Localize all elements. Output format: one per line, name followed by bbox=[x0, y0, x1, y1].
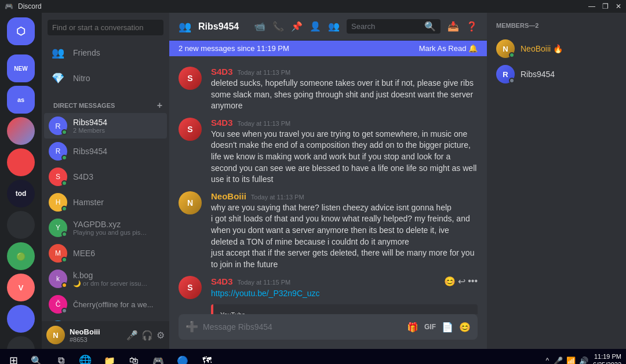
dm-avatar-cherry: Č bbox=[49, 295, 67, 314]
videocall-icon[interactable]: 📹 bbox=[254, 21, 265, 32]
msg-content-4: S4D3 Today at 11:15 PM 😊 ↩ ••• https://y… bbox=[211, 276, 478, 314]
server-icon-4[interactable]: 🟢 bbox=[7, 242, 35, 270]
dm-name-ribs: Ribs9454 bbox=[73, 147, 107, 156]
win-edge-icon[interactable]: 🌐 bbox=[74, 350, 97, 364]
win-tray: ^ 🎤 📶 🔊 11:19 PM 6/25/2022 bbox=[545, 352, 621, 364]
member-avatar-ribs: R bbox=[496, 65, 515, 83]
msg-text-3b: i got shit loads of that and you know wh… bbox=[211, 213, 478, 247]
dm-section-header: Direct Messages + bbox=[44, 91, 167, 113]
dm-avatar-mee6: M bbox=[49, 244, 67, 263]
win-search-icon[interactable]: 🔍 bbox=[25, 350, 48, 364]
discord-home-icon[interactable]: ⬡ bbox=[7, 17, 35, 45]
app-name: Discord bbox=[18, 2, 42, 10]
win-explorer-icon[interactable]: 📁 bbox=[98, 350, 121, 364]
pin-icon[interactable]: 📌 bbox=[291, 21, 303, 32]
msg-text-2: You see when you travel you are trying t… bbox=[211, 129, 478, 185]
win-discord-icon[interactable]: 🎮 bbox=[147, 350, 170, 364]
mark-as-read-button[interactable]: Mark As Read 🔔 bbox=[419, 44, 478, 53]
win-maps-icon[interactable]: 🗺 bbox=[195, 350, 219, 364]
add-attachment-icon[interactable]: ➕ bbox=[185, 321, 198, 333]
dm-sidebar: 👥 Friends 💎 Nitro Direct Messages + R Ri… bbox=[42, 13, 169, 349]
server-icon-as[interactable]: as bbox=[7, 86, 35, 114]
title-bar: 🎮 Discord — ❐ ✕ bbox=[0, 0, 626, 13]
add-dm-button[interactable]: + bbox=[157, 100, 162, 111]
win-taskbar: ⊞ 🔍 ⧉ 🌐 📁 🛍 🎮 🔵 🗺 ^ 🎤 📶 🔊 11:19 PM 6/25/… bbox=[0, 349, 626, 364]
add-member-icon[interactable]: 👤 bbox=[310, 21, 321, 32]
msg-content-2: S4D3 Today at 11:13 PM You see when you … bbox=[211, 118, 478, 185]
server-icon-7[interactable] bbox=[7, 336, 35, 349]
msg-reactions: 😊 ↩ ••• bbox=[444, 276, 478, 287]
reply-btn[interactable]: ↩ bbox=[458, 276, 465, 287]
sidebar-item-nitro[interactable]: 💎 Nitro bbox=[44, 65, 167, 91]
dm-item-cherry[interactable]: Č Čherry(offline for a we... bbox=[44, 292, 167, 317]
dm-item-blue[interactable]: B Blue bbox=[44, 317, 167, 321]
dm-item-ribs-group[interactable]: R Ribs9454 2 Members bbox=[44, 113, 167, 139]
server-icon-6[interactable] bbox=[7, 305, 35, 333]
call-icon[interactable]: 📞 bbox=[272, 21, 284, 32]
youtube-link[interactable]: https://youtu.be/_P32n9C_uzc bbox=[211, 289, 320, 298]
msg-group-1: S S4D3 Today at 11:13 PM deleted sucks, … bbox=[179, 65, 478, 113]
win-chrome-icon[interactable]: 🔵 bbox=[171, 350, 194, 364]
member-item-neoboiii[interactable]: N NeoBoiii 🔥 bbox=[492, 36, 621, 61]
server-icon-2[interactable] bbox=[7, 148, 35, 176]
win-tray-up-arrow[interactable]: ^ bbox=[545, 356, 549, 364]
emoji-icon[interactable]: 😊 bbox=[459, 322, 471, 333]
dm-sub-kbog: 🌙 or dm for server issues .. bbox=[73, 280, 148, 287]
dm-item-hamster[interactable]: H Hamster bbox=[44, 190, 167, 215]
own-user-info: NeoBoiii #8653 bbox=[70, 327, 122, 343]
dm-info-yagpdb: YAGPDB.xyz Playing you and gus piss dirt… bbox=[73, 220, 148, 236]
more-btn[interactable]: ••• bbox=[468, 276, 478, 287]
mic-icon[interactable]: 🎤 bbox=[126, 330, 138, 341]
msg-avatar-neo: N bbox=[179, 191, 202, 214]
msg-link: https://youtu.be/_P32n9C_uzc bbox=[211, 288, 478, 300]
dm-item-s4d3[interactable]: S S4D3 bbox=[44, 164, 167, 190]
server-icon-new[interactable]: NEW bbox=[7, 54, 35, 82]
msg-group-2: S S4D3 Today at 11:13 PM You see when yo… bbox=[179, 117, 478, 187]
dm-name-cherry: Čherry(offline for a we... bbox=[73, 300, 153, 309]
chat-message-input[interactable] bbox=[203, 316, 402, 338]
dm-name-mee6: MEE6 bbox=[73, 249, 95, 258]
inbox-icon[interactable]: 📥 bbox=[447, 21, 459, 32]
dm-avatar-kbog: k bbox=[49, 270, 67, 288]
dm-info-kbog: k.bog 🌙 or dm for server issues .. bbox=[73, 271, 148, 287]
maximize-button[interactable]: ❐ bbox=[602, 2, 609, 10]
win-store-icon[interactable]: 🛍 bbox=[122, 350, 145, 364]
dm-item-kbog[interactable]: k k.bog 🌙 or dm for server issues .. bbox=[44, 266, 167, 292]
win-taskview-icon[interactable]: ⧉ bbox=[49, 350, 72, 364]
minimize-button[interactable]: — bbox=[588, 2, 595, 10]
gif-icon[interactable]: GIF bbox=[424, 323, 436, 331]
dm-item-ribs[interactable]: R Ribs9454 bbox=[44, 139, 167, 164]
dm-sub-ribs-group: 2 Members bbox=[73, 127, 107, 134]
close-button[interactable]: ✕ bbox=[616, 2, 621, 10]
server-icon-tod[interactable]: tod bbox=[7, 180, 35, 208]
chat-search-input[interactable] bbox=[351, 22, 421, 31]
headphone-icon[interactable]: 🎧 bbox=[141, 330, 153, 341]
dm-name-s4d3: S4D3 bbox=[73, 172, 93, 181]
friends-label: Friends bbox=[73, 48, 100, 57]
win-start-button[interactable]: ⊞ bbox=[5, 354, 23, 364]
emoji-reaction-btn[interactable]: 😊 bbox=[444, 276, 456, 287]
msg-author-s4d3-4: S4D3 bbox=[211, 276, 233, 286]
msg-time-2: Today at 11:13 PM bbox=[238, 120, 291, 127]
win-clock: 11:19 PM 6/25/2022 bbox=[593, 352, 621, 364]
member-item-ribs[interactable]: R Ribs9454 bbox=[492, 61, 621, 87]
dm-item-yagpdb[interactable]: Y YAGPDB.xyz Playing you and gus piss di… bbox=[44, 215, 167, 241]
server-icon-1[interactable] bbox=[7, 117, 35, 145]
gift-icon[interactable]: 🎁 bbox=[407, 322, 418, 333]
own-avatar: N bbox=[46, 326, 65, 344]
server-icon-5[interactable]: V bbox=[7, 274, 35, 301]
chat-area: 👥 Ribs9454 📹 📞 📌 👤 👥 🔍 📥 ❓ 2 new message… bbox=[169, 13, 487, 349]
sticker-icon[interactable]: 📄 bbox=[442, 322, 453, 333]
settings-icon[interactable]: ⚙ bbox=[156, 330, 165, 341]
msg-text-3c: just accept that if the server gets dele… bbox=[211, 247, 478, 270]
dm-item-mee6[interactable]: M MEE6 bbox=[44, 241, 167, 266]
msg-text-3a: why are you saying that here? listen che… bbox=[211, 202, 478, 214]
members-icon[interactable]: 👥 bbox=[328, 21, 340, 32]
msg-time-3: Today at 11:13 PM bbox=[251, 194, 304, 201]
help-icon[interactable]: ❓ bbox=[466, 21, 478, 32]
search-icon: 🔍 bbox=[424, 21, 436, 32]
search-input[interactable] bbox=[48, 20, 163, 35]
msg-author-s4d3-2: S4D3 bbox=[211, 118, 233, 128]
sidebar-item-friends[interactable]: 👥 Friends bbox=[44, 40, 167, 65]
server-icon-3[interactable] bbox=[7, 211, 35, 239]
